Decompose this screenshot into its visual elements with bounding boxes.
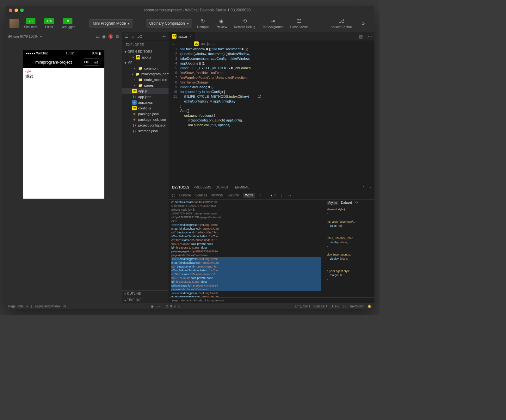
open-editors-section[interactable]: ▾OPEN EDITORS — [122, 49, 169, 54]
code-editor[interactable]: 1234567891011 var fakeWindow = {};var fa… — [169, 47, 374, 183]
editor-tabs: JSapp.js× ▥ ⋯ — [169, 32, 374, 40]
subtab-console[interactable]: Console — [179, 194, 191, 197]
bell-icon[interactable]: 🔔 — [367, 305, 371, 308]
list-icon[interactable]: ☰ — [172, 42, 175, 46]
minimize-icon[interactable] — [15, 9, 18, 12]
subtab-security[interactable]: Security — [227, 194, 239, 197]
avatar[interactable] — [9, 19, 19, 28]
explorer-title: EXPLORER — [122, 40, 169, 49]
list-icon[interactable]: ☰ — [125, 34, 128, 39]
tree-item[interactable]: { }sitemap.json — [122, 128, 169, 134]
tree-item[interactable]: #app.wxss — [122, 100, 169, 105]
wxml-tree[interactable]: e" bindtouchstart="onTouchStart" cla5-di… — [169, 200, 324, 297]
phone-content[interactable]: -3+ 跳转 — [23, 68, 104, 199]
encoding[interactable]: UTF-8 — [330, 305, 339, 308]
device-icon[interactable]: ▭ — [96, 34, 100, 39]
breadcrumb[interactable]: ☰ ⚐ ← → JSapp.js › ... — [169, 40, 374, 47]
counter-value: -3 — [25, 69, 29, 74]
tree-item[interactable]: ▸📁pages — [122, 83, 169, 88]
close-icon[interactable]: × — [189, 34, 192, 39]
tree-item[interactable]: JSapp.js — [122, 88, 169, 94]
copy-icon[interactable]: ⧉ — [116, 34, 119, 39]
styles-tab[interactable]: Styles — [327, 201, 338, 205]
back-icon[interactable]: ← — [183, 42, 186, 46]
remote-debug-button[interactable]: ⟲Remote Debug — [232, 17, 257, 29]
more-tab[interactable]: >> — [355, 201, 358, 205]
bookmark-icon[interactable]: ⚐ — [177, 42, 180, 46]
tree-item[interactable]: JSconfig.js — [122, 105, 169, 111]
indent[interactable]: Spaces: 4 — [313, 305, 327, 308]
window-title: kbone-template-preact - WeChat Devtools … — [24, 8, 371, 12]
element-path[interactable]: page element.h5-body.miniprogram-root — [169, 297, 374, 303]
tab-devtools[interactable]: DEVTOOLS — [172, 186, 189, 189]
tab-terminal[interactable]: TERMINAL — [233, 186, 249, 189]
subtab-wxml[interactable]: Wxml — [243, 193, 255, 198]
eye-icon[interactable]: ◉ — [151, 305, 154, 308]
dataset-tab[interactable]: Dataset — [341, 201, 352, 205]
simulator-button[interactable]: ▭Simulator — [22, 17, 39, 29]
tree-item[interactable]: ▸📁common — [122, 65, 169, 71]
dock-icon[interactable]: ▭ — [288, 194, 291, 197]
close-icon[interactable] — [9, 9, 12, 12]
menu-icon[interactable]: ⋮ — [280, 194, 283, 197]
debugger-button[interactable]: ≡Debugger — [59, 17, 77, 29]
capsule-close-icon[interactable]: ◎ — [91, 59, 101, 65]
simulator-bar: iPhone 6/7/8 100%▾ ▭ ◉ 🔇 ⧉ — [5, 32, 122, 40]
compilation-select[interactable]: Ordinary Compilation▾ — [146, 19, 192, 28]
root-section[interactable]: ▾MP — [122, 60, 169, 65]
clear-cache-button[interactable]: ☱Clear Cache — [288, 17, 310, 29]
more-button[interactable]: » — [357, 20, 370, 27]
tab-problems[interactable]: PROBLEMS — [194, 186, 211, 189]
styles-body[interactable]: element.style {}.h5-span {./common/…colo… — [324, 206, 374, 297]
close-icon[interactable]: × — [132, 55, 134, 59]
language[interactable]: JavaScript — [349, 305, 364, 308]
subtab-network[interactable]: Network — [211, 194, 223, 197]
close-icon[interactable]: × — [369, 186, 371, 189]
cursor-pos[interactable]: Ln 1, Col 1 — [295, 305, 310, 308]
compile-button[interactable]: ↻Compile — [195, 17, 211, 29]
tab-app-js[interactable]: JSapp.js× — [169, 32, 195, 40]
tree-item[interactable]: { }app.json — [122, 94, 169, 100]
maximize-icon[interactable] — [20, 9, 24, 12]
tree-item[interactable]: ▸📁miniprogram_npm — [122, 71, 169, 77]
tree-item[interactable]: { }project.config.json — [122, 122, 169, 128]
split-icon[interactable]: ▥ — [356, 34, 365, 39]
mute-icon[interactable]: 🔇 — [108, 34, 113, 39]
chevron-down-icon: ▾ — [40, 34, 42, 39]
preview-button[interactable]: ◉Preview — [214, 17, 229, 29]
page-path-label[interactable]: Page Path — [8, 305, 23, 308]
record-icon[interactable]: ◉ — [102, 34, 106, 39]
plus-icon[interactable]: + — [29, 69, 31, 74]
simulator-area: ●●●●● WeChat 16:12 93% ▮ miniprogram-pro… — [5, 40, 122, 303]
capsule-menu-icon[interactable]: ••• — [82, 59, 91, 65]
tree-item[interactable]: ⬢package-lock.json — [122, 117, 169, 122]
tree-item[interactable]: ▸📁node_modules — [122, 77, 169, 83]
explorer-tree: EXPLORER ▾OPEN EDITORS ×JSapp.js ▾MP ▸📁c… — [122, 40, 169, 290]
timeline-section[interactable]: ▸ TIMELINE — [122, 297, 169, 303]
chevron-up-icon[interactable]: ⌃ — [362, 186, 365, 189]
tree-item[interactable]: ⬢package.json — [122, 111, 169, 117]
device-select[interactable]: iPhone 6/7/8 100% — [8, 34, 38, 38]
warning-badge[interactable]: ▲ 7 — [270, 194, 276, 197]
copy-icon[interactable]: ⧉ — [64, 305, 66, 308]
more-icon[interactable]: ⋯ — [157, 305, 160, 308]
to-background-button[interactable]: ⇥To Background — [260, 17, 285, 29]
search-icon[interactable]: ⌕ — [132, 34, 134, 39]
outline-section[interactable]: ▸ OUTLINE — [122, 290, 169, 297]
open-editor-item[interactable]: ×JSapp.js — [122, 54, 169, 60]
subtab-sources[interactable]: Sources — [195, 194, 207, 197]
collapse-icon[interactable]: ⇤ — [163, 34, 166, 39]
forward-icon[interactable]: → — [188, 42, 192, 46]
nav-link[interactable]: 跳转 — [25, 74, 102, 79]
eol[interactable]: LF — [343, 305, 347, 308]
inspect-icon[interactable]: ⬚ — [172, 194, 175, 197]
carrier: ●●●●● WeChat — [26, 52, 48, 55]
scm-icon[interactable]: ⎇ — [137, 34, 142, 39]
tab-output[interactable]: OUTPUT — [216, 186, 229, 189]
more-icon[interactable]: ⋯ — [365, 34, 374, 39]
page-path[interactable]: pages/index/index — [35, 305, 60, 308]
source-control-button[interactable]: ⎇Source Control — [329, 17, 354, 29]
editor-button[interactable]: </>Editor — [42, 17, 56, 29]
more-icon[interactable]: » — [259, 194, 261, 197]
mode-select[interactable]: Mini Program Mode▾ — [89, 19, 133, 28]
